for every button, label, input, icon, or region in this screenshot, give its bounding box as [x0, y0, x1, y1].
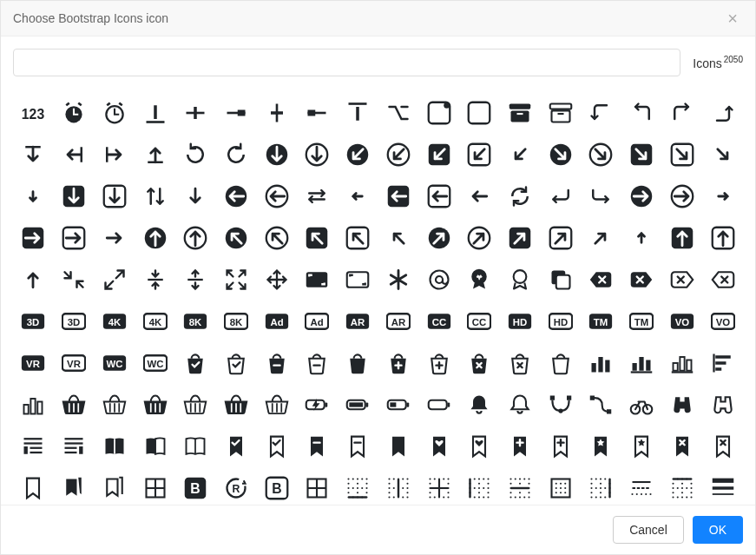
- backspace-reverse-fill-icon[interactable]: [621, 259, 662, 301]
- at-icon[interactable]: [418, 259, 459, 301]
- binoculars-fill-icon[interactable]: [662, 384, 703, 426]
- bag-plus-icon[interactable]: [418, 342, 459, 384]
- bag-check-fill-icon[interactable]: [175, 342, 216, 384]
- arrow-down-square-fill-icon[interactable]: [54, 175, 95, 217]
- alarm-icon[interactable]: [94, 92, 135, 134]
- arrow-up-right-circle-icon[interactable]: [459, 217, 500, 259]
- align-end-icon[interactable]: [216, 92, 257, 134]
- arrow-bar-down-icon[interactable]: [13, 134, 54, 175]
- badge-ar-icon[interactable]: AR: [378, 301, 418, 342]
- arrow-down-right-circle-fill-icon[interactable]: [540, 134, 581, 175]
- bag-dash-icon[interactable]: [297, 342, 338, 384]
- arrow-down-right-icon[interactable]: [702, 134, 743, 175]
- align-center-icon[interactable]: [175, 92, 216, 134]
- book-icon[interactable]: [175, 426, 216, 467]
- backspace-reverse-icon[interactable]: [662, 259, 703, 301]
- bootstrap-reboot-icon[interactable]: R: [216, 467, 257, 505]
- battery-icon[interactable]: [418, 384, 459, 426]
- book-half-icon[interactable]: [135, 426, 175, 467]
- align-bottom-icon[interactable]: [135, 92, 175, 134]
- arrow-right-square-fill-icon[interactable]: [13, 217, 54, 259]
- arrow-up-square-fill-icon[interactable]: [662, 217, 703, 259]
- arrow-up-left-icon[interactable]: [378, 217, 418, 259]
- battery-full-icon[interactable]: [338, 384, 378, 426]
- arrows-move-icon[interactable]: [256, 259, 297, 301]
- badge-cc-fill-icon[interactable]: CC: [418, 301, 459, 342]
- border-inner-icon[interactable]: [418, 467, 459, 505]
- align-middle-icon[interactable]: [256, 92, 297, 134]
- arrow-down-circle-fill-icon[interactable]: [256, 134, 297, 175]
- close-button[interactable]: ×: [722, 8, 743, 29]
- bookmark-x-icon[interactable]: [702, 426, 743, 467]
- badge-hd-icon[interactable]: HD: [540, 301, 581, 342]
- arrow-up-left-circle-fill-icon[interactable]: [216, 217, 257, 259]
- arrow-left-circle-icon[interactable]: [256, 175, 297, 217]
- border-right-icon[interactable]: [581, 467, 621, 505]
- arrows-fullscreen-icon[interactable]: [216, 259, 257, 301]
- bookmarks-icon[interactable]: [94, 467, 135, 505]
- book-fill-icon[interactable]: [94, 426, 135, 467]
- bootstrap-fill-icon[interactable]: B: [175, 467, 216, 505]
- arrow-up-icon[interactable]: [13, 259, 54, 301]
- border-width-icon[interactable]: [702, 467, 743, 505]
- asterisk-icon[interactable]: [378, 259, 418, 301]
- aspect-ratio-fill-icon[interactable]: [297, 259, 338, 301]
- app-indicator-icon[interactable]: [418, 92, 459, 134]
- basket3-fill-icon[interactable]: [216, 384, 257, 426]
- arrow-up-right-square-fill-icon[interactable]: [500, 217, 541, 259]
- arrows-angle-contract-icon[interactable]: [54, 259, 95, 301]
- arrow-90deg-left-icon[interactable]: [621, 92, 662, 134]
- border-bottom-icon[interactable]: [338, 467, 378, 505]
- arrow-left-icon[interactable]: [459, 175, 500, 217]
- battery-half-icon[interactable]: [378, 384, 418, 426]
- badge-4k-icon[interactable]: 4K: [135, 301, 175, 342]
- award-fill-icon[interactable]: [459, 259, 500, 301]
- border-middle-icon[interactable]: [500, 467, 541, 505]
- badge-wc-icon[interactable]: WC: [135, 342, 175, 384]
- arrows-expand-icon[interactable]: [175, 259, 216, 301]
- bar-chart-steps-icon[interactable]: [702, 342, 743, 384]
- arrow-down-icon[interactable]: [175, 175, 216, 217]
- bookmark-heart-fill-icon[interactable]: [418, 426, 459, 467]
- badge-vo-fill-icon[interactable]: VO: [662, 301, 703, 342]
- bookmark-star-icon[interactable]: [621, 426, 662, 467]
- bootstrap-icon[interactable]: B: [256, 467, 297, 505]
- badge-3d-icon[interactable]: 3D: [54, 301, 95, 342]
- arrow-repeat-icon[interactable]: [500, 175, 541, 217]
- basket-fill-icon[interactable]: [54, 384, 95, 426]
- border-outer-icon[interactable]: [540, 467, 581, 505]
- border-all-icon[interactable]: [297, 467, 338, 505]
- bar-chart-icon[interactable]: [13, 384, 54, 426]
- bag-fill-icon[interactable]: [338, 342, 378, 384]
- aspect-ratio-icon[interactable]: [338, 259, 378, 301]
- backspace-fill-icon[interactable]: [581, 259, 621, 301]
- arrow-down-left-square-fill-icon[interactable]: [418, 134, 459, 175]
- alarm-fill-icon[interactable]: [54, 92, 95, 134]
- arrow-right-circle-fill-icon[interactable]: [621, 175, 662, 217]
- arrow-down-right-square-icon[interactable]: [662, 134, 703, 175]
- basket2-icon[interactable]: [175, 384, 216, 426]
- arrow-up-right-square-icon[interactable]: [540, 217, 581, 259]
- arrow-90deg-right-icon[interactable]: [662, 92, 703, 134]
- arrow-left-circle-fill-icon[interactable]: [216, 175, 257, 217]
- badge-hd-fill-icon[interactable]: HD: [500, 301, 541, 342]
- border-center-icon[interactable]: [378, 467, 418, 505]
- arrow-90deg-down-icon[interactable]: [581, 92, 621, 134]
- bag-x-icon[interactable]: [500, 342, 541, 384]
- arrow-return-right-icon[interactable]: [581, 175, 621, 217]
- arrow-down-short-icon[interactable]: [13, 175, 54, 217]
- badge-ar-fill-icon[interactable]: AR: [338, 301, 378, 342]
- arrow-right-square-icon[interactable]: [54, 217, 95, 259]
- arrow-left-short-icon[interactable]: [338, 175, 378, 217]
- badge-4k-fill-icon[interactable]: 4K: [94, 301, 135, 342]
- arrow-down-up-icon[interactable]: [135, 175, 175, 217]
- bicycle-icon[interactable]: [621, 384, 662, 426]
- bookmark-check-fill-icon[interactable]: [216, 426, 257, 467]
- bell-icon[interactable]: [500, 384, 541, 426]
- arrow-clockwise-icon[interactable]: [175, 134, 216, 175]
- badge-3d-fill-icon[interactable]: 3D: [13, 301, 54, 342]
- badge-wc-fill-icon[interactable]: WC: [94, 342, 135, 384]
- arrow-bar-right-icon[interactable]: [94, 134, 135, 175]
- badge-ad-icon[interactable]: Ad: [297, 301, 338, 342]
- bookmark-plus-fill-icon[interactable]: [500, 426, 541, 467]
